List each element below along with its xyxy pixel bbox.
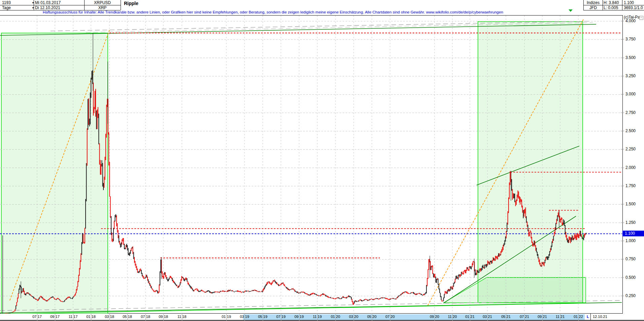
price-tick-label: 1.000 <box>625 238 636 243</box>
date-tick-label: 05 18 <box>123 315 132 319</box>
info-high: H: 3.840 <box>604 0 621 5</box>
last-price-badge: 1.100 <box>622 231 644 236</box>
date-tick-label: 07 20 <box>385 315 395 319</box>
price-tick-label: 2.000 <box>625 165 636 170</box>
date-tick-label: 09 18 <box>159 315 168 319</box>
price-tick-label: 3.250 <box>625 74 636 78</box>
price-tick <box>621 186 624 186</box>
date-tick-label: 01 22 <box>574 315 583 319</box>
price-axis[interactable]: 4.0003.7503.5003.2503.0002.7502.5002.250… <box>622 15 644 314</box>
price-tick <box>621 131 624 131</box>
price-tick-label: 3.000 <box>625 92 636 96</box>
taipan-chart-window: 1193 ▼ Tage ▼ Mi 01.03.2017 Di 12.10.202… <box>0 0 644 321</box>
price-tick-label: 1.500 <box>625 202 636 206</box>
info-indizes: Indizes <box>584 0 602 5</box>
end-date: Di 12.10.2021 <box>35 5 84 10</box>
price-tick-label: 2.500 <box>625 128 636 133</box>
date-tick-label: 11 18 <box>178 315 187 319</box>
info-index-value: 3693.1/1.0 <box>624 5 644 10</box>
price-tick <box>621 278 624 278</box>
price-tick <box>621 168 624 168</box>
date-tick-label: 07 21 <box>520 315 529 319</box>
header-divider <box>583 10 644 10</box>
price-tick-label: 1.750 <box>625 183 636 188</box>
price-tick-label: 0.250 <box>625 293 636 298</box>
marker-triangle-icon <box>569 9 573 12</box>
date-tick-label: 11 20 <box>448 315 457 319</box>
bars-count-value: 1193 <box>2 0 11 5</box>
header-bar: 1193 ▼ Tage ▼ Mi 01.03.2017 Di 12.10.202… <box>0 0 644 15</box>
axis-divider <box>590 314 591 321</box>
date-tick-label: 11 19 <box>313 315 322 319</box>
price-tick <box>621 259 624 259</box>
period-dropdown[interactable]: Tage ▼ <box>1 5 36 10</box>
date-tick-label: 03 21 <box>483 315 492 319</box>
price-chart[interactable] <box>0 15 622 314</box>
last-bar-date: 12.10.21 <box>593 315 607 319</box>
price-tick <box>621 21 624 21</box>
price-tick <box>621 149 624 149</box>
date-tick-label: 11 21 <box>556 315 565 319</box>
start-date: Mi 01.03.2017 <box>35 0 84 5</box>
date-tick-label: 07 17 <box>32 315 42 319</box>
price-tick-label: 3.750 <box>625 37 636 41</box>
price-tick <box>621 204 624 204</box>
date-tick-label: 01 21 <box>465 315 475 319</box>
instrument-name: Ripple <box>121 0 191 6</box>
date-tick-label: 01 20 <box>331 315 340 319</box>
date-tick-label: 09 20 <box>430 315 439 319</box>
info-last-price: 1.100 <box>624 0 644 5</box>
symbol-ticker: XRPUSD <box>85 0 120 5</box>
price-tick-label: 2.750 <box>625 110 636 115</box>
price-tick <box>621 223 624 223</box>
price-tick-label: 0.500 <box>625 275 636 280</box>
price-tick <box>621 241 624 241</box>
collapse-icon[interactable]: − <box>639 16 643 20</box>
date-tick-label: 05 21 <box>501 315 511 319</box>
candlestick-canvas <box>0 16 622 314</box>
bars-count-dropdown[interactable]: 1193 ▼ <box>1 0 36 5</box>
price-tick <box>621 58 624 58</box>
price-tick <box>621 113 624 113</box>
symbol-short: XRP <box>85 5 120 10</box>
header-divider <box>121 0 121 10</box>
date-tick-label: 01 19 <box>222 315 231 319</box>
date-tick-label: 11 17 <box>69 315 78 319</box>
date-axis[interactable]: L 12.10.21 07 1709 1711 1701 1803 1805 1… <box>0 314 644 321</box>
price-tick-label: 3.500 <box>625 55 636 60</box>
header-divider <box>0 5 121 5</box>
info-broker: JFD <box>584 5 602 10</box>
date-tick-label: 09 19 <box>294 315 304 319</box>
price-tick-label: 1.250 <box>625 220 636 225</box>
date-tick-label: 07 19 <box>276 315 286 319</box>
date-tick-label: 05 19 <box>258 315 267 319</box>
date-tick-label: 09 17 <box>50 315 60 319</box>
header-divider <box>583 5 644 5</box>
last-bar-marker: L <box>587 315 589 319</box>
price-tick-label: 2.250 <box>625 147 636 151</box>
price-tick <box>621 39 624 39</box>
price-tick-label: 0.750 <box>625 257 636 261</box>
date-tick-label: 01 18 <box>86 315 96 319</box>
price-tick <box>621 76 624 76</box>
period-value: Tage <box>2 5 11 10</box>
date-tick-label: 03 18 <box>105 315 114 319</box>
date-tick-label: 05 20 <box>367 315 377 319</box>
date-tick-label: 03 20 <box>349 315 358 319</box>
price-tick <box>621 296 624 296</box>
disclaimer-text: Haftungsausschluss für Inhalte: Alle Tre… <box>43 10 511 14</box>
date-tick-label: 03 19 <box>240 315 249 319</box>
date-tick-label: 09 21 <box>538 315 547 319</box>
price-tick <box>621 94 624 94</box>
info-low: L: 0.005 <box>604 5 621 10</box>
date-tick-label: 07 18 <box>141 315 150 319</box>
